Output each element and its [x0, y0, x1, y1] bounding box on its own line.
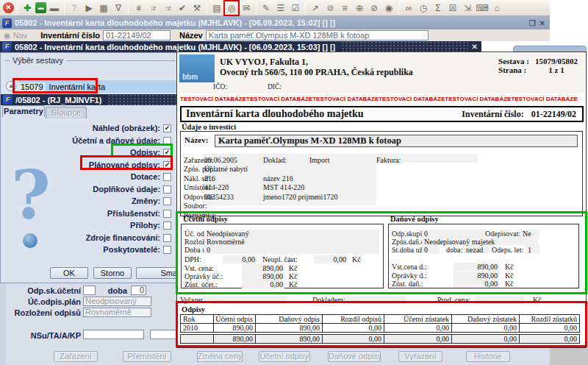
report-header: bbm UK VYVOJ, Fakulta 1, Ovocný trh 560/… [178, 53, 585, 93]
help-icon[interactable]: ? [68, 1, 81, 15]
name-input[interactable]: Karta paměť.Olympus M-XD 128MB k fotoap [206, 30, 429, 40]
check-all-icon[interactable]: ✔ [176, 1, 189, 15]
remove-icon[interactable]: ▬ [48, 1, 61, 15]
window-title: 05802 - Inventární karta dlouhodobého ma… [15, 18, 335, 27]
tab-parametry[interactable]: Parametry [2, 105, 45, 117]
soubor-label: Soubor: [184, 202, 207, 210]
eye-icon[interactable]: ◉ [382, 1, 395, 15]
nsu-label: NSu/TA/A/KP [22, 331, 81, 340]
rozlozeni-label: Rozložení odpisů [7, 308, 81, 317]
inv-number-input[interactable]: 01-22149/02 [103, 30, 171, 40]
sum-icon[interactable]: Σ [431, 1, 445, 15]
naklad-stredisko-name: název 216 [263, 174, 293, 182]
nav-icon: ◉ [4, 31, 11, 40]
keyboard-icon[interactable]: ⌨ [476, 1, 489, 15]
print-icon[interactable]: ▤ [210, 1, 223, 15]
compass-icon[interactable]: ⊘ [368, 1, 381, 15]
checkbox-row-zdroje: Zdroje financování: [1, 233, 171, 243]
close-icon[interactable]: ✕ [472, 43, 478, 51]
umisteni-value: 414-220 [204, 183, 229, 191]
toolbar: ✕✚▬▬?▶▦∇ılıl↓z↑z✔⚒▤◎✉✎☰☑↗@≡⊕⊘◉∞◷Σ☒⇲⌨⌂ [0, 0, 550, 16]
external-link-icon[interactable]: ↗ [309, 1, 322, 15]
odp-sk-field[interactable] [83, 286, 96, 295]
report-meta: Sestava : 15079/05802 Strana : 1 z 1 [498, 57, 578, 74]
annotation-planovane-checkbox [80, 155, 173, 170]
clock-icon[interactable]: ◷ [417, 1, 430, 15]
poskytovatele-checkbox[interactable] [163, 246, 171, 254]
ok-button[interactable]: OK [50, 267, 88, 279]
run-icon[interactable]: ▶ [82, 1, 96, 15]
toolbar-separator [128, 2, 129, 14]
chart-icon[interactable]: ılıl [132, 1, 145, 15]
annotation-odpisy-table [176, 301, 587, 347]
prilohy-checkbox[interactable] [163, 222, 171, 230]
close-icon[interactable]: ✕ [3, 2, 14, 13]
nazev-label: Název: [184, 135, 208, 144]
vyrazeni-button[interactable]: Vyřazení [398, 351, 442, 362]
zmeny-checkbox[interactable] [163, 197, 171, 205]
toolbar-separator [305, 2, 306, 14]
zarazeno-value: 29.06.2005 [204, 156, 237, 164]
sort-ascending-icon[interactable]: ↑z [161, 1, 174, 15]
zdroje-checkbox[interactable] [163, 234, 171, 242]
ucetni-odpisy-button[interactable]: Účetní odpisy [259, 351, 310, 362]
app-icon: F [2, 18, 12, 28]
toolbar-separator [64, 2, 65, 14]
doba-label: doba [99, 286, 127, 295]
toolbar-separator [256, 2, 257, 14]
doklad-label: Doklad: [263, 156, 287, 164]
list-icon[interactable]: ☰ [274, 1, 287, 15]
name-label: Název [179, 31, 203, 40]
window-titlebar-inactive: F 05802 - Inventární karta dlouhodobého … [0, 16, 550, 29]
checklist-icon[interactable]: ☑ [289, 1, 302, 15]
dotace-checkbox[interactable] [163, 173, 171, 181]
calendar-icon[interactable]: ▦ [97, 1, 110, 15]
save-icon[interactable]: ▬ [35, 2, 46, 13]
sort-descending-icon[interactable]: ↓z [146, 1, 159, 15]
dic-label: DIČ: [268, 83, 282, 91]
file-export-icon[interactable]: ⇲ [461, 1, 474, 15]
package-icon[interactable]: ⌂ [490, 1, 503, 15]
zmena-ceny-button[interactable]: Změna ceny [197, 351, 243, 362]
toolbar-separator [398, 2, 399, 14]
glasses-icon[interactable]: ∞ [402, 1, 415, 15]
inner-window-titlebar: F /05802 - (RJ_MJINVF1) [1, 94, 180, 105]
premisteni-button[interactable]: Přemístění [123, 351, 171, 362]
bbm-logo: bbm [179, 54, 215, 82]
attachment-icon[interactable]: @ [323, 1, 337, 15]
section-udaje-label: Údaje o investici [182, 123, 236, 131]
app-icon: F [3, 95, 12, 104]
tools-icon[interactable]: ⚒ [190, 1, 204, 15]
danove-odpisy-button[interactable]: Daňové odpisy [328, 351, 381, 362]
nsu-field[interactable] [83, 330, 144, 339]
prislusenstvi-checkbox[interactable] [163, 210, 171, 218]
restore-icon[interactable]: ❐ [529, 19, 536, 27]
odpovida-name: jmeno1720 prijmeni1720 [263, 193, 337, 201]
checkbox-row-prislusenstvi: Příslušenství: [1, 208, 171, 219]
nahled-checkbox[interactable]: ✔ [163, 124, 171, 132]
layers-icon[interactable]: ≡ [338, 1, 351, 15]
print-preview-icon[interactable]: ◎ [225, 1, 238, 15]
checkbox-row-nahled: Náhled (obrázek):✔ [1, 123, 171, 133]
edit-icon[interactable]: ✎ [259, 1, 273, 15]
globe-icon[interactable]: ⊕ [353, 1, 366, 15]
filter-icon[interactable]: ∇ [112, 1, 125, 15]
storno-button[interactable]: Storno [93, 267, 132, 279]
historie-button[interactable]: Historie [466, 351, 510, 362]
odpis-plan-field[interactable]: Neodpisovaný [83, 297, 151, 306]
add-icon[interactable]: ✚ [21, 1, 34, 15]
doba-field[interactable]: 0 [131, 286, 146, 295]
mail-icon[interactable]: ✉ [240, 1, 253, 15]
smazat-button[interactable]: Sma [136, 267, 179, 279]
annotation-odpisy-sections [176, 211, 587, 294]
doplnkove-checkbox[interactable] [163, 185, 171, 194]
close-icon[interactable]: ✕ [539, 19, 545, 27]
inner-window-title: /05802 - (RJ_MJINVF1) [15, 96, 101, 104]
nsu-field-2[interactable] [150, 330, 176, 339]
desktop-corner [550, 348, 588, 365]
zarazeni-button[interactable]: Zařazení [54, 351, 98, 362]
tab-sloupce[interactable]: Sloupce [46, 107, 87, 118]
rozlozeni-field[interactable]: Rovnoměrně [83, 308, 151, 317]
nav-button[interactable]: ◉ Nav [4, 31, 27, 40]
excel-export-icon[interactable]: ☒ [446, 1, 459, 15]
